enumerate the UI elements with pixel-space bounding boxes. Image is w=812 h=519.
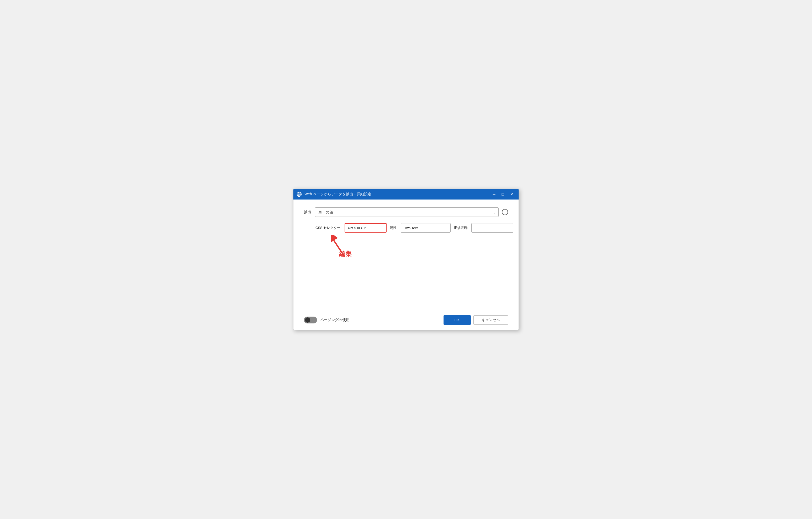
button-area: OK キャンセル bbox=[443, 315, 508, 325]
title-bar-controls: ─ □ ✕ bbox=[491, 191, 516, 197]
main-window: Web ページからデータを抽出 - 詳細設定 ─ □ ✕ 抽出 単一の値 ⌄ i… bbox=[293, 189, 519, 330]
selector-row: CSS セレクター: 属性: 正規表現: bbox=[315, 223, 508, 233]
toggle-knob bbox=[305, 317, 310, 323]
close-button[interactable]: ✕ bbox=[508, 191, 516, 197]
annotation-text: 編集 bbox=[339, 250, 352, 258]
maximize-button[interactable]: □ bbox=[500, 191, 506, 197]
css-selector-input[interactable] bbox=[345, 223, 386, 233]
title-bar-left: Web ページからデータを抽出 - 詳細設定 bbox=[296, 192, 371, 197]
regex-label: 正規表現: bbox=[454, 226, 468, 230]
window-title: Web ページからデータを抽出 - 詳細設定 bbox=[304, 192, 371, 197]
paging-toggle[interactable] bbox=[304, 317, 317, 323]
paging-label: ページングの使用 bbox=[320, 318, 350, 322]
toggle-area: ページングの使用 bbox=[304, 317, 350, 323]
info-icon[interactable]: i bbox=[502, 209, 508, 215]
regex-input[interactable] bbox=[471, 223, 513, 233]
ok-button[interactable]: OK bbox=[443, 315, 471, 325]
attr-input[interactable] bbox=[401, 223, 451, 233]
minimize-button[interactable]: ─ bbox=[491, 191, 498, 197]
extraction-select-wrapper: 単一の値 ⌄ bbox=[315, 207, 499, 217]
extraction-row: 抽出 単一の値 ⌄ i bbox=[304, 207, 508, 217]
globe-icon bbox=[296, 192, 302, 197]
title-bar: Web ページからデータを抽出 - 詳細設定 ─ □ ✕ bbox=[293, 189, 519, 200]
extraction-label: 抽出 bbox=[304, 210, 312, 214]
attr-label: 属性: bbox=[390, 226, 398, 230]
cancel-button[interactable]: キャンセル bbox=[473, 315, 508, 325]
bottom-area: ページングの使用 OK キャンセル bbox=[293, 310, 519, 330]
css-selector-label: CSS セレクター: bbox=[315, 226, 342, 230]
content-area: 抽出 単一の値 ⌄ i CSS セレクター: 属性: 正規表現: bbox=[293, 200, 519, 310]
extraction-select[interactable]: 単一の値 bbox=[315, 207, 499, 217]
annotation-area: 編集 bbox=[315, 235, 508, 261]
